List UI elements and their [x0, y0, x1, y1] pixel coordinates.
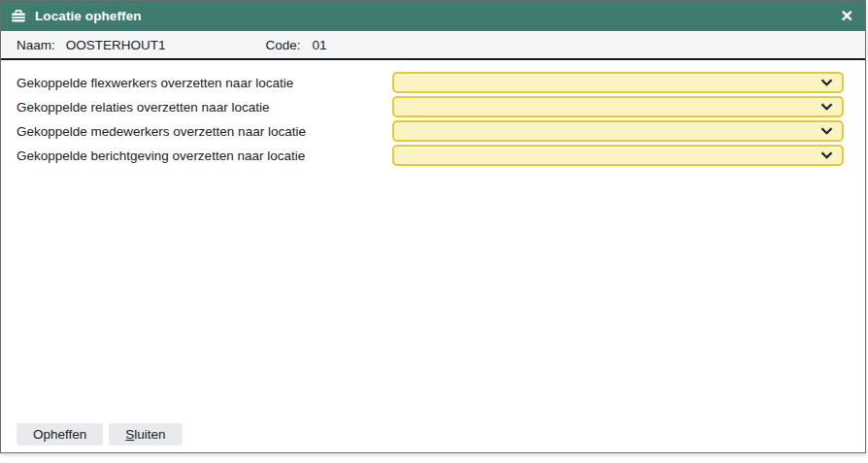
code-label: Code: — [266, 38, 301, 52]
medewerkers-label: Gekoppelde medewerkers overzetten naar l… — [17, 124, 306, 139]
berichtgeving-label: Gekoppelde berichtgeving overzetten naar… — [17, 149, 305, 163]
code-value: 01 — [313, 38, 327, 52]
transfer-form: Gekoppelde flexwerkers overzetten naar l… — [1, 60, 865, 166]
dialog-title: Locatie opheffen — [35, 9, 142, 23]
chevron-down-icon — [820, 151, 833, 159]
naam-value: OOSTERHOUT1 — [66, 38, 166, 52]
dialog-titlebar: Locatie opheffen ✕ — [1, 1, 865, 31]
sluiten-button[interactable]: Sluiten — [109, 423, 182, 446]
berichtgeving-select[interactable] — [392, 145, 844, 166]
chevron-down-icon — [820, 79, 833, 86]
form-row-relaties: Gekoppelde relaties overzetten naar loca… — [17, 96, 844, 117]
opheffen-button[interactable]: Opheffen — [17, 423, 103, 446]
sluiten-button-label: luiten — [134, 427, 165, 442]
opheffen-button-label: Opheffen — [33, 427, 86, 442]
form-row-medewerkers: Gekoppelde medewerkers overzetten naar l… — [17, 120, 844, 142]
info-bar: Naam: OOSTERHOUT1 Code: 01 — [1, 31, 865, 60]
flexwerkers-label: Gekoppelde flexwerkers overzetten naar l… — [17, 76, 293, 90]
chevron-down-icon — [820, 103, 833, 111]
form-row-berichtgeving: Gekoppelde berichtgeving overzetten naar… — [17, 145, 844, 166]
sluiten-accesskey: S — [125, 427, 134, 442]
footer-buttons: Opheffen Sluiten — [17, 423, 183, 446]
naam-label: Naam: — [17, 38, 55, 52]
toolbox-icon — [11, 9, 26, 23]
locatie-opheffen-dialog: Locatie opheffen ✕ Naam: OOSTERHOUT1 Cod… — [0, 0, 866, 453]
close-icon[interactable]: ✕ — [841, 9, 853, 24]
form-row-flexwerkers: Gekoppelde flexwerkers overzetten naar l… — [17, 72, 844, 93]
medewerkers-select[interactable] — [392, 120, 844, 142]
flexwerkers-select[interactable] — [392, 72, 844, 93]
relaties-label: Gekoppelde relaties overzetten naar loca… — [17, 100, 269, 115]
relaties-select[interactable] — [392, 96, 844, 117]
chevron-down-icon — [820, 127, 833, 135]
